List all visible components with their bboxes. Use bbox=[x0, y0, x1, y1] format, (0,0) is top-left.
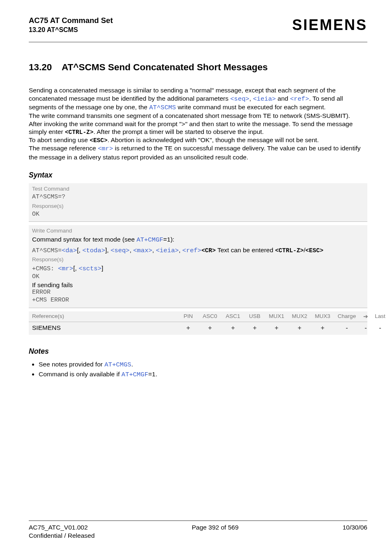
section-number: 13.20 bbox=[29, 62, 62, 73]
response-line-cmgs: +CMGS: <mr>[, <scts>] bbox=[32, 264, 364, 273]
doc-section-ref: 13.20 AT^SCMS bbox=[29, 26, 113, 34]
reference-header-row: Reference(s) PIN ASC0 ASC1 USB MUX1 MUX2… bbox=[29, 311, 367, 322]
param-max[interactable]: <max> bbox=[133, 247, 152, 254]
text: The message reference bbox=[29, 145, 98, 152]
brand-logo: SIEMENS bbox=[292, 16, 367, 34]
text: ] bbox=[101, 265, 103, 272]
text: and bbox=[276, 95, 290, 102]
text: [, bbox=[77, 246, 82, 253]
param-ref2[interactable]: <ref> bbox=[182, 247, 202, 254]
val-pin: + bbox=[178, 324, 198, 332]
keyword-ctrlz: <CTRL-Z> bbox=[65, 129, 94, 136]
keyword-ctrlz2: <CTRL-Z> bbox=[275, 247, 304, 254]
test-command-box: Test Command AT^SCMS=? Response(s) OK bbox=[29, 183, 367, 222]
val-mux3: + bbox=[311, 324, 334, 332]
intro-p1: Sending a concatenated message is simila… bbox=[29, 86, 367, 112]
col-mux3: MUX3 bbox=[311, 313, 334, 320]
param-ieia[interactable]: <ieia> bbox=[253, 95, 276, 103]
col-arrow-icon: ➔ bbox=[360, 313, 372, 320]
val-arrow: - bbox=[360, 324, 372, 332]
list-item: Command is only available if AT+CMGF=1. bbox=[39, 370, 367, 379]
text: Command syntax for text mode (see bbox=[32, 236, 136, 243]
param-da[interactable]: <da> bbox=[62, 247, 77, 254]
text: Command is only available if bbox=[39, 371, 122, 378]
intro-paragraphs: Sending a concatenated message is simila… bbox=[29, 86, 367, 161]
syntax-heading: Syntax bbox=[29, 171, 367, 180]
cmd-link-atscms[interactable]: AT^SCMS bbox=[149, 104, 176, 111]
cmd-link-atcmgf2[interactable]: AT+CMGF bbox=[122, 371, 148, 378]
reference-value-row: SIEMENS + + + + + + + - - - bbox=[29, 322, 367, 335]
notes-list: See notes provided for AT+CMGS. Command … bbox=[29, 360, 367, 379]
col-mux2: MUX2 bbox=[288, 313, 311, 320]
val-asc0: + bbox=[198, 324, 221, 332]
text: See notes provided for bbox=[39, 361, 104, 368]
intro-p2: The write command transmits one segment … bbox=[29, 112, 367, 120]
text: , bbox=[129, 246, 133, 253]
footer-confidential: Confidential / Released bbox=[29, 532, 367, 539]
cmd-link-atcmgf[interactable]: AT+CMGF bbox=[136, 236, 163, 244]
keyword-cr: <CR> bbox=[201, 247, 216, 254]
val-last: - bbox=[372, 324, 388, 332]
doc-title: AC75 AT Command Set bbox=[29, 16, 113, 25]
write-response-label: Response(s) bbox=[32, 256, 364, 263]
text: . Abortion is acknowledged with "OK", th… bbox=[108, 136, 319, 143]
param-toda[interactable]: <toda> bbox=[82, 247, 105, 254]
col-last: Last bbox=[372, 313, 388, 320]
cmd-link-atcmgs[interactable]: AT+CMGS bbox=[104, 361, 131, 368]
cmd-prefix: AT^SCMS= bbox=[32, 247, 62, 254]
response-line-ok: OK bbox=[32, 273, 364, 281]
param-seq[interactable]: <seq> bbox=[230, 95, 249, 103]
list-item: See notes provided for AT+CMGS. bbox=[39, 360, 367, 369]
footer-page-number: Page 392 of 569 bbox=[192, 523, 239, 531]
text: Text can be entered bbox=[216, 246, 275, 253]
footer-doc-id: AC75_ATC_V01.002 bbox=[29, 523, 88, 531]
keyword-esc2: <ESC> bbox=[305, 247, 323, 254]
param-seq2[interactable]: <seq> bbox=[111, 247, 130, 254]
footer-date: 10/30/06 bbox=[343, 523, 367, 531]
intro-p5: The message reference <mr> is returned t… bbox=[29, 144, 367, 161]
val-mux2: + bbox=[288, 324, 311, 332]
col-asc1: ASC1 bbox=[221, 313, 244, 320]
text: write command must be executed for each … bbox=[176, 104, 325, 111]
col-pin: PIN bbox=[178, 313, 198, 320]
reference-name: SIEMENS bbox=[32, 324, 178, 332]
header-left: AC75 AT Command Set 13.20 AT^SCMS bbox=[29, 16, 113, 34]
reference-label: Reference(s) bbox=[32, 313, 178, 320]
test-command-label: Test Command bbox=[32, 186, 364, 193]
header-divider bbox=[29, 41, 367, 43]
response-line-cmserror: +CMS ERROR bbox=[32, 297, 364, 304]
notes-heading: Notes bbox=[29, 347, 367, 356]
col-asc0: ASC0 bbox=[198, 313, 221, 320]
section-title: AT^SCMS Send Concatenated Short Messages bbox=[62, 62, 268, 73]
page-footer: AC75_ATC_V01.002 Page 392 of 569 10/30/0… bbox=[29, 520, 367, 539]
val-asc1: + bbox=[221, 324, 244, 332]
col-mux1: MUX1 bbox=[265, 313, 288, 320]
page-header: AC75 AT Command Set 13.20 AT^SCMS SIEMEN… bbox=[29, 16, 367, 34]
response-line-fail: If sending fails bbox=[32, 281, 364, 289]
intro-p4: To abort sending use <ESC>. Abortion is … bbox=[29, 136, 367, 144]
response-line-error: ERROR bbox=[32, 289, 364, 297]
text: =1): bbox=[163, 236, 174, 243]
write-command-line2: AT^SCMS=<da>[, <toda>], <seq>, <max>, <i… bbox=[32, 246, 364, 255]
val-usb: + bbox=[244, 324, 265, 332]
test-response-label: Response(s) bbox=[32, 203, 364, 210]
val-charge: - bbox=[334, 324, 360, 332]
write-command-label: Write Command bbox=[32, 228, 364, 235]
footer-divider bbox=[29, 520, 367, 521]
text: , bbox=[179, 246, 182, 253]
test-response-text: OK bbox=[32, 211, 364, 219]
col-usb: USB bbox=[244, 313, 265, 320]
text: ], bbox=[105, 246, 111, 253]
param-mr[interactable]: <mr> bbox=[98, 145, 113, 152]
write-command-box: Write Command Command syntax for text mo… bbox=[29, 225, 367, 308]
param-ref[interactable]: <ref> bbox=[290, 95, 309, 103]
test-command-text: AT^SCMS=? bbox=[32, 193, 364, 201]
text: [, bbox=[73, 265, 78, 272]
param-scts[interactable]: <scts> bbox=[78, 265, 101, 272]
param-mr2[interactable]: <mr> bbox=[58, 265, 73, 272]
text: To abort sending use bbox=[29, 136, 90, 143]
write-command-line1: Command syntax for text mode (see AT+CMG… bbox=[32, 235, 364, 244]
keyword-esc: <ESC> bbox=[90, 137, 108, 144]
section-heading: 13.20 AT^SCMS Send Concatenated Short Me… bbox=[29, 62, 367, 73]
param-ieia2[interactable]: <ieia> bbox=[156, 247, 179, 254]
